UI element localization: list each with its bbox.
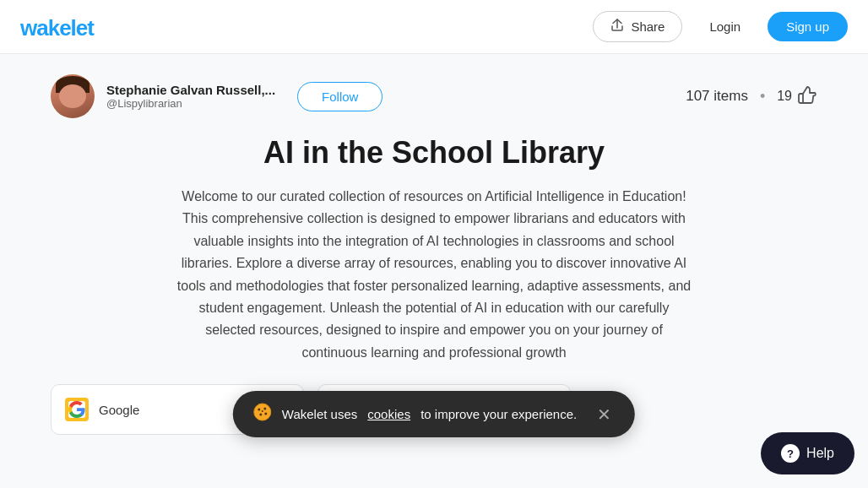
cookie-text-before: Wakelet uses — [282, 407, 357, 421]
profile-left: Stephanie Galvan Russell,... @Lispylibra… — [51, 74, 382, 118]
share-label: Share — [631, 19, 665, 34]
cookie-icon — [253, 403, 272, 426]
svg-point-6 — [259, 414, 262, 416]
profile-info: Stephanie Galvan Russell,... @Lispylibra… — [106, 83, 275, 110]
logo[interactable]: wakelet — [20, 12, 122, 42]
cookie-text-after: to improve your experience. — [420, 407, 577, 421]
help-button[interactable]: ? Help — [761, 432, 854, 474]
cookie-banner: Wakelet uses cookies to improve your exp… — [233, 391, 635, 437]
share-icon — [610, 19, 624, 35]
svg-text:wakelet: wakelet — [20, 15, 95, 41]
profile-handle: @Lispylibrarian — [106, 97, 275, 110]
like-count: 19 — [777, 89, 792, 104]
main-content: Stephanie Galvan Russell,... @Lispylibra… — [0, 54, 868, 435]
signup-button[interactable]: Sign up — [768, 12, 848, 41]
help-question-icon: ? — [781, 444, 800, 463]
cookie-link[interactable]: cookies — [367, 407, 410, 421]
items-count: 107 items — [686, 88, 748, 105]
card-label-1: Google — [99, 403, 139, 417]
help-label: Help — [806, 446, 834, 461]
svg-point-4 — [258, 409, 260, 411]
share-button[interactable]: Share — [593, 11, 682, 42]
collection-title: AI in the School Library — [0, 135, 868, 171]
svg-point-5 — [263, 408, 266, 410]
follow-button[interactable]: Follow — [297, 82, 382, 111]
dot-separator: • — [760, 88, 765, 106]
google-icon-1 — [65, 398, 89, 421]
cookie-close-button[interactable]: ✕ — [594, 406, 615, 423]
like-section: 19 — [777, 84, 817, 109]
login-button[interactable]: Login — [692, 13, 757, 41]
profile-row: Stephanie Galvan Russell,... @Lispylibra… — [0, 74, 868, 118]
collection-description: Welcome to our curated collection of res… — [147, 186, 721, 364]
avatar — [51, 74, 95, 118]
nav-actions: Share Login Sign up — [593, 11, 848, 42]
profile-name: Stephanie Galvan Russell,... — [106, 83, 275, 97]
thumbs-up-icon[interactable] — [797, 84, 817, 109]
close-icon: ✕ — [597, 405, 611, 424]
navbar: wakelet Share Login Sign up — [0, 0, 868, 54]
svg-point-7 — [264, 413, 267, 415]
svg-point-8 — [262, 410, 263, 412]
profile-right: 107 items • 19 — [686, 84, 817, 109]
